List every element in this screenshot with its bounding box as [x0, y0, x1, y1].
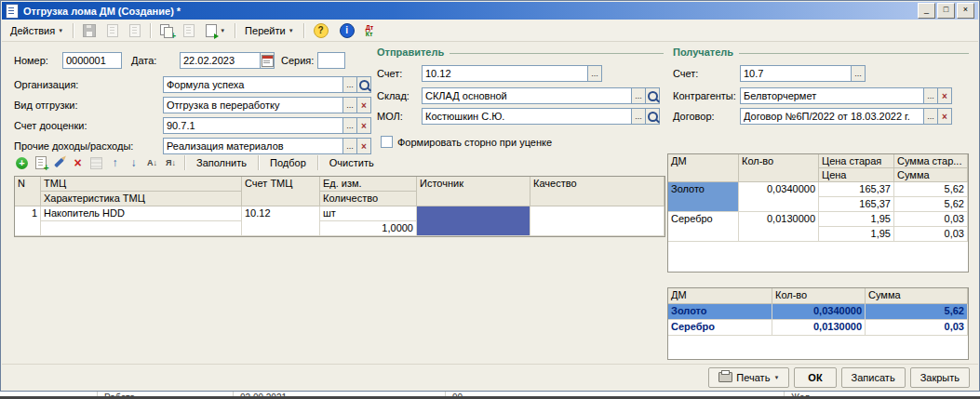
tmc-characteristic-cell[interactable] — [41, 221, 242, 236]
maximize-button[interactable]: □ — [937, 3, 955, 19]
storno-checkbox-row[interactable]: Формировать сторно при уценке — [381, 136, 552, 148]
warehouse-lookup-button[interactable] — [646, 87, 660, 104]
move-up-button[interactable]: ↑ — [107, 155, 123, 171]
mol-lookup-button[interactable] — [646, 108, 660, 125]
totals-sum-cell[interactable]: 5,62 — [866, 304, 968, 320]
footer-button-bar: Печать ▼ ОК Записать Закрыть — [2, 364, 978, 390]
organization-label: Организация: — [14, 79, 78, 90]
organization-select-button[interactable]: ... — [343, 76, 357, 93]
totals-sum-cell[interactable]: 0,03 — [866, 320, 968, 336]
warehouse-select-button[interactable]: ... — [632, 87, 646, 104]
shipment-type-select-button[interactable]: ... — [343, 97, 357, 113]
mol-input[interactable] — [422, 108, 632, 125]
copy-button[interactable]: + — [155, 20, 177, 40]
dm-sum-old-cell[interactable]: 5,62 — [894, 182, 968, 197]
goto-button[interactable]: Перейти ▼ — [240, 20, 299, 40]
receiver-account-select-button[interactable]: ... — [852, 65, 866, 82]
reread-button[interactable] — [102, 20, 123, 40]
reorder-button[interactable] — [88, 155, 104, 171]
storno-checkbox[interactable] — [381, 136, 393, 148]
contract-input[interactable] — [740, 108, 924, 125]
contract-select-button[interactable]: ... — [924, 108, 938, 125]
sender-account-input[interactable] — [422, 65, 588, 82]
delete-row-button[interactable]: × — [70, 155, 86, 171]
post-document-button[interactable] — [125, 20, 145, 40]
sort-desc-button[interactable]: Я↓ — [163, 155, 179, 171]
tmc-cell[interactable]: Накопитель HDD — [41, 206, 242, 221]
dm-price-cell[interactable]: 1,95 — [819, 227, 894, 242]
add-row-button[interactable]: + — [14, 155, 30, 171]
other-income-clear-button[interactable]: × — [357, 138, 371, 154]
quality-cell[interactable] — [530, 206, 665, 236]
markup-account-input[interactable] — [163, 117, 343, 134]
titlebar[interactable]: Отгрузка лома ДМ (Создание) * _ □ × — [2, 2, 978, 20]
close-window-button[interactable]: Закрыть — [910, 367, 970, 388]
sort-asc-button[interactable]: А↓ — [144, 155, 160, 171]
ok-button[interactable]: ОК — [794, 367, 836, 388]
dm-qty-cell[interactable]: 0,0130000 — [739, 212, 819, 242]
copy-row-button[interactable]: + — [33, 155, 48, 171]
dm-price-old-cell[interactable]: 165,37 — [819, 182, 894, 197]
series-input[interactable] — [317, 52, 345, 69]
dm-price-old-cell[interactable]: 1,95 — [819, 212, 894, 227]
clipboard-button[interactable] — [179, 20, 199, 40]
dtkt-button[interactable]: ДтКт — [361, 20, 378, 40]
counterparty-clear-button[interactable]: × — [938, 87, 952, 104]
print-button[interactable]: Печать ▼ — [708, 367, 789, 388]
minimize-button[interactable]: _ — [918, 3, 935, 19]
other-income-select-button[interactable]: ... — [343, 138, 357, 154]
unit-cell[interactable]: шт — [320, 206, 417, 221]
create-based-on-button[interactable]: ▼ — [201, 20, 230, 40]
save-button[interactable] — [78, 20, 101, 40]
contract-clear-button[interactable]: × — [938, 108, 952, 125]
actions-button[interactable]: Действия ▼ — [6, 20, 68, 40]
account-cell[interactable]: 10.12 — [242, 206, 320, 236]
source-cell-selected[interactable] — [417, 206, 530, 236]
organization-input[interactable] — [163, 76, 343, 93]
counterparty-select-button[interactable]: ... — [924, 87, 938, 104]
markup-account-field: ... × — [163, 117, 371, 134]
col-header-tmc-characteristic: Характеристика ТМЦ — [41, 192, 242, 206]
copy-icon: + — [160, 24, 172, 36]
dm-sum-cell[interactable]: 5,62 — [894, 197, 968, 212]
organization-lookup-button[interactable] — [357, 76, 371, 93]
receiver-account-input[interactable] — [740, 65, 852, 82]
totals-qty-cell[interactable]: 0,0340000 — [772, 304, 866, 320]
qty-cell[interactable]: 1,0000 — [320, 221, 417, 236]
document-window: Отгрузка лома ДМ (Создание) * _ □ × Дейс… — [0, 0, 980, 392]
sender-account-select-button[interactable]: ... — [588, 65, 602, 82]
pick-button[interactable]: Подбор — [264, 157, 312, 168]
shipment-type-clear-button[interactable]: × — [357, 97, 371, 113]
warehouse-input[interactable] — [422, 87, 632, 104]
edit-row-button[interactable] — [51, 155, 67, 171]
help-button[interactable]: ? — [309, 20, 333, 40]
totals-dm-cell-selected[interactable]: Золото — [668, 304, 772, 320]
toolbar-separator — [184, 155, 185, 170]
info-button[interactable]: i — [335, 20, 359, 40]
totals-qty-cell[interactable]: 0,0130000 — [772, 320, 866, 336]
save-record-button[interactable]: Записать — [841, 367, 906, 388]
date-input[interactable] — [180, 52, 261, 69]
calendar-button[interactable] — [261, 52, 275, 69]
dm-price-cell[interactable]: 165,37 — [819, 197, 894, 212]
dm-sum-old-cell[interactable]: 0,03 — [894, 212, 968, 227]
close-button[interactable]: × — [957, 3, 974, 19]
number-input[interactable] — [62, 52, 122, 69]
shipment-type-input[interactable] — [163, 97, 343, 113]
mol-select-button[interactable]: ... — [632, 108, 646, 125]
markup-account-clear-button[interactable]: × — [357, 117, 371, 134]
sender-header-text: Отправитель — [377, 47, 444, 58]
row-number-cell[interactable]: 1 — [15, 206, 41, 236]
dm-name-cell-selected[interactable]: Золото — [668, 182, 739, 212]
clear-button[interactable]: Очистить — [324, 157, 380, 168]
dm-name-cell[interactable]: Серебро — [668, 212, 739, 242]
totals-dm-cell[interactable]: Серебро — [668, 320, 772, 336]
dm-qty-cell[interactable]: 0,0340000 — [739, 182, 819, 212]
counterparty-input[interactable] — [740, 87, 924, 104]
markup-account-select-button[interactable]: ... — [343, 117, 357, 134]
fill-button[interactable]: Заполнить — [191, 157, 252, 168]
other-income-input[interactable] — [163, 138, 343, 154]
move-down-button[interactable]: ↓ — [126, 155, 141, 171]
main-toolbar: Действия ▼ + ▼ Перейти ▼ ? i — [2, 20, 978, 42]
dm-sum-cell[interactable]: 0,03 — [894, 227, 968, 242]
